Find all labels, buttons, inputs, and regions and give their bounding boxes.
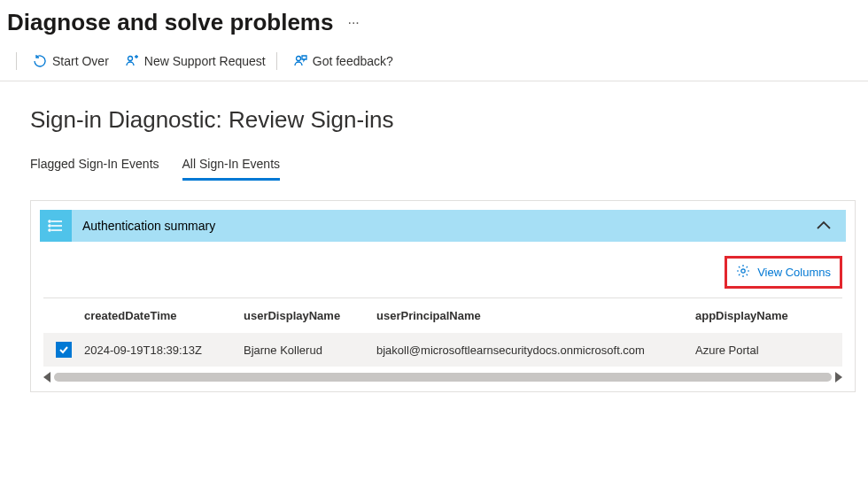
feedback-button[interactable]: Got feedback?: [288, 52, 399, 70]
authentication-summary-header[interactable]: Authentication summary: [40, 210, 846, 242]
col-userPrincipalName[interactable]: userPrincipalName: [376, 309, 695, 322]
tabs: Flagged Sign-In Events All Sign-In Event…: [0, 141, 868, 181]
view-columns-button[interactable]: View Columns: [725, 256, 842, 289]
feedback-icon: [293, 54, 307, 68]
results-panel: Authentication summary View Columns crea…: [30, 200, 856, 392]
svg-point-0: [128, 57, 132, 61]
section-title: Sign-in Diagnostic: Review Sign-ins: [0, 81, 868, 141]
toolbar: Start Over New Support Request Got feedb…: [0, 42, 868, 81]
horizontal-scrollbar[interactable]: [31, 368, 855, 391]
cell-appDisplay: Azure Portal: [695, 344, 842, 357]
scroll-track[interactable]: [54, 373, 832, 382]
list-icon: [40, 210, 72, 242]
more-actions-icon[interactable]: ···: [347, 15, 359, 31]
signin-table: createdDateTime userDisplayName userPrin…: [31, 297, 855, 368]
new-support-label: New Support Request: [144, 54, 266, 68]
authentication-summary-title: Authentication summary: [82, 219, 814, 233]
cell-created: 2024-09-19T18:39:13Z: [84, 344, 244, 357]
support-icon: [125, 54, 139, 68]
tab-flagged-signin[interactable]: Flagged Sign-In Events: [30, 157, 159, 181]
toolbar-separator: [276, 52, 277, 70]
cell-userDisplay: Bjarne Kollerud: [244, 344, 376, 357]
tab-all-signin[interactable]: All Sign-In Events: [182, 157, 281, 181]
start-over-label: Start Over: [52, 54, 109, 68]
scroll-right-icon[interactable]: [835, 372, 842, 382]
gear-icon: [736, 264, 750, 281]
chevron-up-icon: [814, 216, 833, 236]
view-columns-label: View Columns: [757, 266, 831, 279]
col-userDisplayName[interactable]: userDisplayName: [244, 309, 376, 322]
svg-point-7: [49, 229, 50, 231]
col-createdDateTime[interactable]: createdDateTime: [84, 309, 244, 322]
svg-point-5: [49, 225, 50, 227]
toolbar-separator: [16, 52, 17, 70]
table-row[interactable]: 2024-09-19T18:39:13Z Bjarne Kollerud bja…: [43, 333, 842, 367]
svg-point-8: [741, 269, 745, 273]
cell-userPrincipal: bjakoll@microsoftlearnsecuritydocs.onmic…: [376, 344, 695, 357]
refresh-icon: [33, 54, 47, 68]
row-checkbox[interactable]: [56, 342, 72, 358]
svg-point-3: [49, 220, 50, 222]
feedback-label: Got feedback?: [313, 54, 393, 68]
new-support-request-button[interactable]: New Support Request: [120, 52, 271, 70]
page-title: Diagnose and solve problems: [7, 9, 333, 36]
table-header: createdDateTime userDisplayName userPrin…: [43, 297, 842, 333]
svg-point-1: [296, 57, 300, 61]
scroll-left-icon[interactable]: [43, 372, 50, 382]
col-appDisplayName[interactable]: appDisplayName: [695, 309, 842, 322]
start-over-button[interactable]: Start Over: [27, 52, 114, 70]
